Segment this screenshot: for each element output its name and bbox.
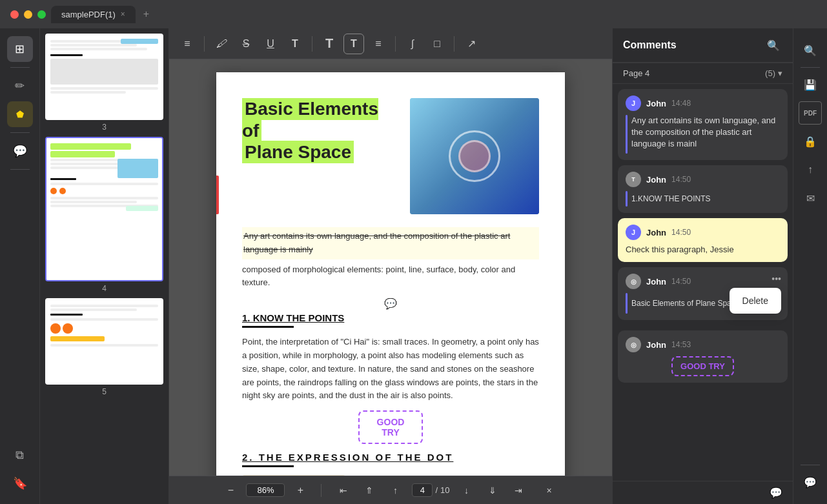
tab-samplepdf[interactable]: samplePDF(1) ×: [51, 6, 136, 23]
comment-2-name: John: [646, 175, 666, 185]
zoom-value[interactable]: 86%: [246, 483, 285, 497]
pdf-viewport[interactable]: Basic Elements of Plane Space Any art co…: [169, 59, 612, 476]
page-count[interactable]: (5) ▾: [765, 68, 782, 78]
sidebar-icon-layers[interactable]: ⧉: [7, 442, 33, 468]
thumbnail-page-4[interactable]: 4: [45, 137, 163, 293]
page-marker: [216, 176, 219, 214]
rpanel-pdf-button[interactable]: PDF: [799, 101, 822, 125]
page-total: 10: [440, 485, 449, 495]
toolbar-divider-2: [312, 36, 312, 52]
arrow-tool-button[interactable]: ↗: [461, 34, 482, 54]
comment-3-time: 14:50: [671, 228, 691, 237]
rpanel-chat-button[interactable]: 💬: [799, 470, 822, 494]
page-separator: /: [435, 485, 438, 495]
thumb-label-5: 5: [45, 387, 163, 396]
comments-panel-title: Comments: [623, 39, 677, 51]
thumbnail-page-3[interactable]: 3: [45, 34, 163, 132]
pdf-title-highlight-2: Plane Space: [242, 141, 354, 163]
comments-expand-button[interactable]: 💬: [770, 487, 782, 499]
underline-tool-button[interactable]: U: [260, 34, 281, 54]
maximize-window-button[interactable]: [37, 10, 46, 19]
rpanel-save-button[interactable]: 💾: [799, 73, 822, 96]
toolbar-divider-3: [395, 36, 396, 52]
comments-panel: Comments 🔍 Page 4 (5) ▾ J John 14:48: [612, 28, 793, 504]
comment-2-avatar: T: [626, 172, 641, 187]
comment-5-sticker-area: GOOD TRY: [626, 356, 780, 376]
nav-next10-button[interactable]: ⇓: [484, 481, 502, 499]
comment-1-body: Any art contains its own language, and t…: [631, 115, 780, 150]
pdf-sticker: GOOD TRY: [358, 410, 423, 444]
sidebar-icon-comment[interactable]: 💬: [7, 138, 33, 164]
strikethrough-tool-button[interactable]: S: [236, 34, 256, 54]
bottom-divider: [321, 484, 322, 497]
pdf-section2: 2. THE EXPRESSION OF THE DOT Point, the …: [242, 452, 539, 476]
zoom-out-button[interactable]: −: [223, 483, 238, 498]
pdf-page: Basic Elements of Plane Space Any art co…: [216, 72, 565, 476]
align-tool-button[interactable]: ≡: [368, 34, 389, 54]
page-info-label: Page 4: [623, 68, 649, 78]
pdf-section2-title: 2. THE EXPRESSION OF THE DOT: [242, 452, 539, 463]
comments-search-button[interactable]: 🔍: [764, 36, 782, 54]
comment-1-name: John: [646, 99, 666, 108]
nav-next-button[interactable]: ↓: [458, 481, 476, 499]
thumb-label-4: 4: [45, 284, 163, 293]
edit-tool-button[interactable]: 🖊: [211, 34, 232, 54]
comment-5-time: 14:53: [671, 340, 691, 349]
rpanel-mail-button[interactable]: ✉: [799, 186, 822, 210]
right-section: Comments 🔍 Page 4 (5) ▾ J John 14:48: [612, 28, 827, 504]
pdf-strikethrough-text: Any art contains its own language, and t…: [242, 227, 539, 259]
delete-button[interactable]: Delete: [730, 290, 781, 311]
toolbar: ≡ 🖊 S U T T T ≡ ∫ □ ↗: [169, 28, 612, 59]
close-bar-button[interactable]: ×: [540, 481, 558, 499]
nav-last-button[interactable]: ⇥: [509, 481, 527, 499]
comment-item-5: ◎ John 14:53 GOOD TRY: [618, 330, 788, 383]
comment-1-header: J John 14:48: [626, 96, 780, 111]
comment-tool-button[interactable]: ≡: [177, 34, 198, 54]
tab-close-button[interactable]: ×: [121, 10, 125, 19]
comment-4-menu-button[interactable]: •••: [771, 274, 781, 284]
comment-4-name: John: [646, 277, 666, 287]
comments-panel-header: Comments 🔍: [613, 28, 793, 63]
comments-list: J John 14:48 Any art contains its own la…: [613, 84, 793, 481]
sidebar-icon-annotation[interactable]: ✏: [7, 73, 33, 99]
rpanel-search-button[interactable]: 🔍: [799, 39, 822, 62]
pdf-section1-divider: [242, 326, 294, 328]
thumbnail-page-5[interactable]: 5: [45, 298, 163, 396]
comment-4-avatar: ◎: [626, 274, 641, 289]
page-info-bar: Page 4 (5) ▾: [613, 63, 793, 83]
rpanel-lock-button[interactable]: 🔒: [799, 130, 822, 153]
pdf-section1-title: 1. KNOW THE POINTS: [242, 312, 539, 323]
nav-prev-button[interactable]: ↑: [386, 481, 404, 499]
nav-prev10-button[interactable]: ⇑: [360, 481, 378, 499]
comment-3-header: J John 14:50: [626, 225, 780, 240]
left-sidebar: ⊞ ✏ ⬟ 💬 ⧉ 🔖: [0, 28, 40, 504]
rpanel-share-button[interactable]: ↑: [799, 158, 822, 181]
curve-tool-button[interactable]: ∫: [402, 34, 423, 54]
comment-1-avatar: J: [626, 96, 641, 111]
comment-5-sticker: GOOD TRY: [671, 356, 734, 376]
thumb-label-3: 3: [45, 123, 163, 132]
zoom-in-button[interactable]: +: [292, 483, 308, 498]
comment-5-avatar: ◎: [626, 337, 641, 352]
sidebar-icon-bookmark[interactable]: 🔖: [7, 470, 33, 496]
nav-first-button[interactable]: ⇤: [334, 481, 352, 499]
pdf-title-section: Basic Elements of Plane Space: [242, 98, 539, 219]
pdf-sticker-area: GOOD TRY: [242, 410, 539, 444]
new-tab-button[interactable]: +: [143, 8, 149, 20]
toolbar-divider-4: [454, 36, 454, 52]
text-tool-1-button[interactable]: T: [285, 34, 305, 54]
page-current-input[interactable]: [412, 483, 433, 497]
rect-tool-button[interactable]: □: [427, 34, 447, 54]
close-window-button[interactable]: [10, 10, 19, 19]
minimize-window-button[interactable]: [24, 10, 32, 19]
text-box-tool-button[interactable]: T: [343, 34, 364, 54]
pdf-body-text: composed of morphological elements: poin…: [242, 263, 539, 290]
comment-1-bar: [626, 115, 628, 154]
sidebar-icon-highlight[interactable]: ⬟: [7, 101, 33, 127]
sidebar-icon-thumbnail[interactable]: ⊞: [7, 36, 33, 62]
page-count-value: (5): [765, 68, 775, 78]
text-tool-2-button[interactable]: T: [319, 34, 340, 54]
comment-item-2: T John 14:50 1.KNOW THE POINTS: [618, 165, 788, 213]
pdf-section2-body: Point, the interpretation of "Ci Hai" is…: [353, 475, 539, 476]
comment-4-header: ◎ John 14:50: [626, 274, 780, 289]
